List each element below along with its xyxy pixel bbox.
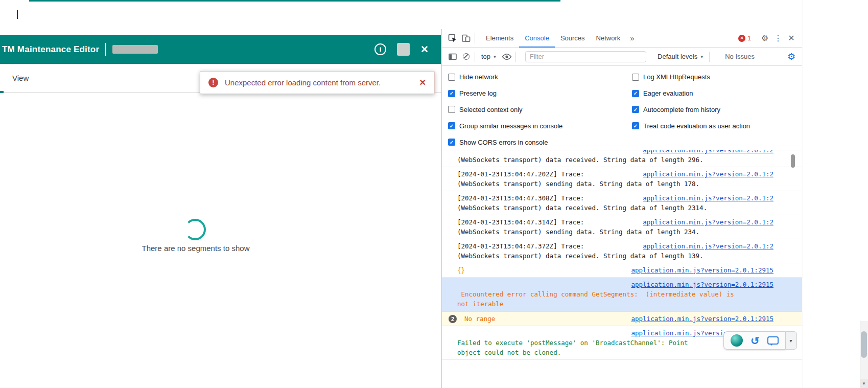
scrollbar-thumb[interactable]	[861, 331, 867, 358]
loading-spinner	[184, 219, 206, 240]
context-selector-label: top	[481, 53, 490, 60]
checkbox-unchecked[interactable]	[448, 74, 455, 81]
tab-view[interactable]: View	[0, 64, 29, 93]
console-message-list: application.min.js?version=2.0.1:2(WebSo…	[442, 150, 802, 387]
toast-message: Unexpected error loading content from se…	[225, 78, 381, 87]
tm-maintenance-editor-window: TM Maintenance Editor i ✕ View ! Unexpec…	[0, 35, 441, 388]
screen: 's TM Maintenance Editor i ✕ View ! Unex…	[0, 0, 868, 388]
checkbox-checked[interactable]: ✓	[448, 139, 455, 146]
source-location-link[interactable]: application.min.js?version=2.0.1:2915	[631, 265, 773, 275]
checkbox-selected-context-only[interactable]: Selected context only	[448, 106, 632, 113]
header-placeholder-bar	[112, 45, 158, 54]
console-message: application.min.js?version=2.0.1:2915 En…	[442, 278, 802, 311]
console-settings-gear-icon[interactable]: ⚙	[785, 50, 798, 63]
toolbar-divider	[515, 52, 516, 62]
checkbox-unchecked[interactable]	[632, 74, 639, 81]
error-count-badge[interactable]: ✕ 1	[738, 35, 751, 42]
console-message: [2024-01-23T13:04:47.308Z] Trace:applica…	[442, 191, 802, 215]
checkbox-group-similar-messages-in-console[interactable]: ✓Group similar messages in console	[448, 122, 632, 130]
devtools-tab-network[interactable]: Network	[591, 29, 626, 48]
page-widget-cluster: ↺ ▾	[723, 331, 797, 350]
error-circle-icon: ✕	[738, 35, 745, 42]
active-tab-indicator	[0, 91, 4, 93]
app-close-icon[interactable]: ✕	[420, 44, 429, 54]
checkbox-show-cors-errors-in-console[interactable]: ✓Show CORS errors in console	[448, 139, 632, 146]
undo-icon[interactable]: ↺	[750, 335, 760, 346]
console-sidebar-icon[interactable]	[446, 50, 459, 63]
issues-status[interactable]: No Issues	[725, 53, 755, 60]
info-icon[interactable]: i	[374, 43, 386, 55]
devtools-main-toolbar: ElementsConsoleSourcesNetwork » ✕ 1 ⚙ ⋮ …	[442, 29, 802, 48]
console-message-text: (WebSockets transport) sending data. Str…	[457, 179, 773, 189]
checkbox-checked[interactable]: ✓	[632, 122, 639, 129]
checkbox-log-xmlhttprequests[interactable]: Log XMLHttpRequests	[632, 73, 802, 81]
checkbox-treat-code-evaluation-as-user-action[interactable]: ✓Treat code evaluation as user action	[632, 122, 802, 130]
source-location-link[interactable]: application.min.js?version=2.0.1:2	[643, 169, 773, 179]
scrollbar-track[interactable]	[860, 321, 868, 388]
console-scrollbar-thumb[interactable]	[791, 154, 795, 168]
checkbox-label: Selected context only	[459, 106, 523, 113]
error-count: 1	[747, 35, 751, 42]
console-message-text: (WebSockets transport) sending data. Str…	[457, 227, 773, 237]
console-message: 2No rangeapplication.min.js?version=2.0.…	[442, 311, 802, 326]
checkbox-preserve-log[interactable]: ✓Preserve log	[448, 89, 632, 97]
checkbox-eager-evaluation[interactable]: ✓Eager evaluation	[632, 89, 802, 97]
console-message-text: (WebSockets transport) data received. St…	[457, 155, 773, 165]
header-button[interactable]	[397, 43, 410, 56]
more-tabs-icon[interactable]: »	[626, 34, 638, 42]
console-message-text: (WebSockets transport) data received. St…	[457, 251, 773, 261]
checkbox-checked[interactable]: ✓	[632, 90, 639, 97]
repeat-count-badge: 2	[449, 315, 457, 323]
toolbar-divider	[709, 52, 710, 62]
devtools-tab-elements[interactable]: Elements	[480, 29, 519, 48]
source-location-link[interactable]: application.min.js?version=2.0.1:2915	[631, 280, 773, 289]
device-toolbar-icon[interactable]	[459, 32, 473, 45]
log-levels-selector[interactable]: Default levels ▾	[653, 53, 707, 60]
devtools-settings-gear-icon[interactable]: ⚙	[758, 32, 771, 45]
context-selector[interactable]: top ▾	[477, 53, 500, 60]
filter-input[interactable]	[525, 51, 646, 62]
console-message: {}application.min.js?version=2.0.1:2915	[442, 263, 802, 278]
console-message-text: [2024-01-23T13:04:47.314Z] Trace:	[457, 217, 584, 227]
checkbox-label: Log XMLHttpRequests	[643, 73, 710, 81]
inspect-element-icon[interactable]	[446, 32, 459, 45]
console-message-text: Encountered error calling command GetSeg…	[457, 289, 773, 299]
error-icon: !	[208, 78, 218, 87]
chat-bubble-icon[interactable]	[767, 336, 779, 345]
console-message-text: (WebSockets transport) data received. St…	[457, 203, 773, 213]
scrollbar-down-arrow-icon[interactable]: ▼	[860, 379, 868, 388]
checkbox-label: Preserve log	[459, 89, 497, 97]
toast-close-icon[interactable]: ✕	[419, 78, 426, 87]
text-cursor-fragment	[17, 10, 18, 19]
toolbar-divider	[475, 52, 475, 62]
source-location-link[interactable]: application.min.js?version=2.0.1:2	[643, 193, 773, 203]
console-settings-pane: Hide network✓Preserve logSelected contex…	[442, 66, 802, 150]
kebab-menu-icon[interactable]: ⋮	[771, 32, 785, 45]
widget-collapse-handle[interactable]: ▾	[786, 331, 797, 350]
checkbox-autocomplete-from-history[interactable]: ✓Autocomplete from history	[632, 106, 802, 113]
checkbox-checked[interactable]: ✓	[448, 90, 455, 97]
console-message: [2024-01-23T13:04:47.314Z] Trace:applica…	[442, 215, 802, 239]
checkbox-checked[interactable]: ✓	[448, 122, 455, 129]
app-logo-icon[interactable]	[731, 334, 743, 347]
toolbar-divider	[475, 33, 475, 43]
empty-state-message: There are no segments to show	[142, 244, 250, 253]
checkbox-checked[interactable]: ✓	[632, 106, 639, 113]
source-location-link[interactable]: application.min.js?version=2.0.1:2	[643, 150, 773, 155]
checkbox-label: Autocomplete from history	[643, 106, 720, 113]
chevron-down-icon: ▾	[700, 54, 703, 59]
devtools-tabs: ElementsConsoleSourcesNetwork	[480, 29, 626, 48]
devtools-close-icon[interactable]: ✕	[785, 32, 798, 45]
source-location-link[interactable]: application.min.js?version=2.0.1:2	[643, 241, 773, 251]
log-levels-label: Default levels	[658, 53, 697, 60]
checkbox-unchecked[interactable]	[448, 106, 455, 113]
devtools-tab-console[interactable]: Console	[519, 29, 555, 48]
checkbox-hide-network[interactable]: Hide network	[448, 73, 632, 81]
console-message-text: No range	[464, 314, 495, 324]
live-expression-eye-icon[interactable]	[500, 50, 513, 63]
widget-toolbar: ↺	[723, 331, 786, 350]
clear-console-icon[interactable]	[459, 50, 473, 63]
source-location-link[interactable]: application.min.js?version=2.0.1:2	[643, 217, 773, 227]
devtools-tab-sources[interactable]: Sources	[555, 29, 591, 48]
source-location-link[interactable]: application.min.js?version=2.0.1:2915	[631, 314, 773, 324]
